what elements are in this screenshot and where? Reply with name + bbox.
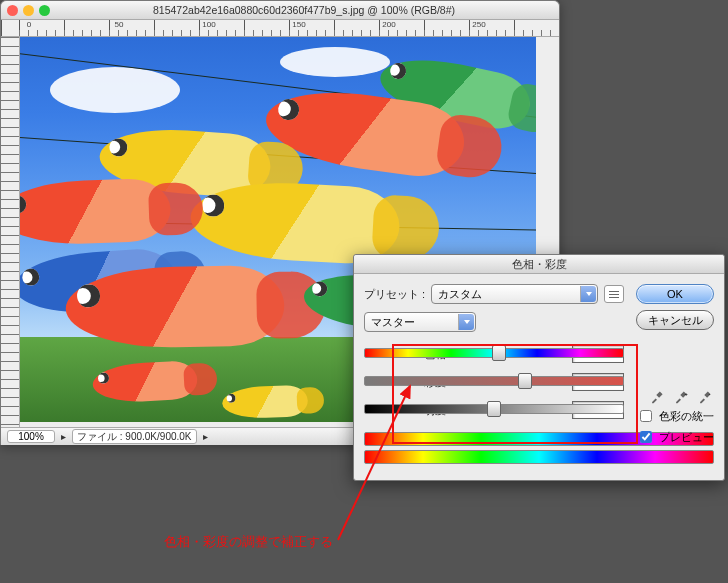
preview-checkbox[interactable]: プレビュー xyxy=(636,428,714,446)
eyedropper-icon[interactable] xyxy=(648,388,666,406)
preset-label: プリセット : xyxy=(364,287,425,302)
svg-text:+: + xyxy=(685,391,688,397)
close-icon[interactable] xyxy=(7,5,18,16)
preset-select[interactable]: カスタム xyxy=(431,284,598,304)
hue-slider[interactable]: 色相 : +6 xyxy=(364,348,624,358)
annotation-text: 色相・彩度の調整で補正する xyxy=(164,533,333,551)
eyedropper-plus-icon[interactable]: + xyxy=(672,388,690,406)
ok-button[interactable]: OK xyxy=(636,284,714,304)
ruler-horizontal: 0 50 100 150 200 250 xyxy=(1,20,559,37)
preset-menu-icon[interactable] xyxy=(604,285,624,303)
svg-text:-: - xyxy=(709,391,711,397)
zoom-icon[interactable] xyxy=(39,5,50,16)
zoom-input[interactable] xyxy=(7,430,55,443)
chevron-icon[interactable]: ▸ xyxy=(61,431,66,442)
colorize-checkbox[interactable]: 色彩の統一 xyxy=(636,407,714,425)
channel-select[interactable]: マスター xyxy=(364,312,476,332)
lightness-slider[interactable]: 明度 : 0 xyxy=(364,404,624,414)
window-titlebar: 815472ab42e16a0880c60d2360f477b9_s.jpg @… xyxy=(1,1,559,20)
eyedropper-minus-icon[interactable]: - xyxy=(696,388,714,406)
dialog-title: 色相・彩度 xyxy=(354,255,724,274)
saturation-slider[interactable]: 彩度 : +24 xyxy=(364,376,624,386)
ruler-vertical xyxy=(1,37,20,427)
window-title: 815472ab42e16a0880c60d2360f477b9_s.jpg @… xyxy=(55,4,553,16)
chevron-icon[interactable]: ▸ xyxy=(203,431,208,442)
hue-saturation-dialog: 色相・彩度 プリセット : カスタム マスター OK キャンセル 色相 : +6 xyxy=(353,254,725,481)
file-info[interactable]: ファイル : 900.0K/900.0K xyxy=(72,429,197,444)
minimize-icon[interactable] xyxy=(23,5,34,16)
cancel-button[interactable]: キャンセル xyxy=(636,310,714,330)
